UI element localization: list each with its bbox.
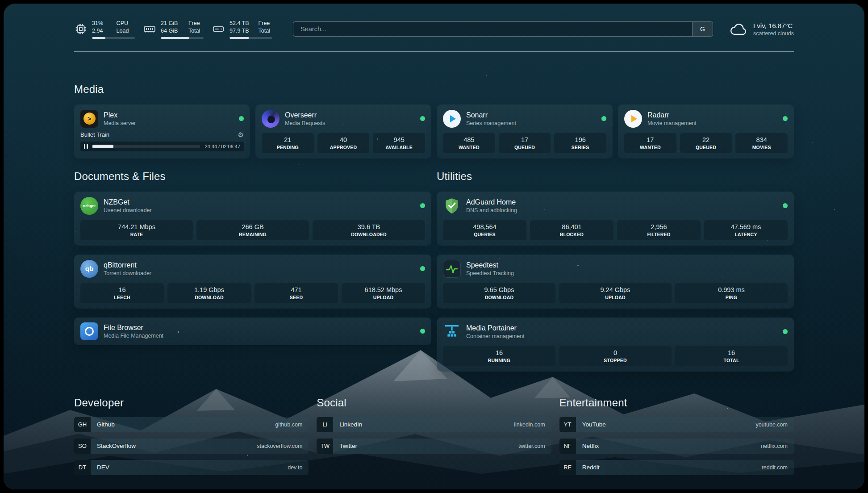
playback-progressbar [92, 145, 200, 148]
stat-pending: 21 PENDING [262, 133, 314, 153]
stat-value: 744.21 Mbps [82, 223, 191, 230]
status-dot [783, 203, 788, 208]
section-title-documents: Documents & Files [74, 170, 431, 183]
bookmark-name: Twitter [333, 439, 363, 454]
stat-latency: 47.569 ms LATENCY [704, 220, 788, 240]
now-playing-title: Bullet Train [80, 131, 109, 138]
bookmark-stackoverflow[interactable]: SO StackOverflow stackoverflow.com [74, 439, 309, 454]
search-engine-button[interactable]: G [692, 22, 713, 36]
status-dot [420, 116, 425, 121]
bookmark-name: DEV [91, 460, 116, 475]
stat-value: 16 [677, 349, 786, 356]
bookmark-abbr: GH [74, 417, 91, 432]
service-card-nzbget[interactable]: nzbget NZBGet Usenet downloader 744.21 M… [74, 192, 431, 246]
cpu-monitor: 31% CPU 2.94 Load [74, 20, 135, 39]
radarr-icon [624, 110, 642, 128]
stat-label: BLOCKED [532, 232, 612, 237]
service-description: Series management [466, 120, 516, 126]
card-titles: Media Portainer Container management [466, 324, 525, 339]
bookmark-linkedin[interactable]: LI LinkedIn linkedin.com [317, 417, 551, 432]
service-card-speedtest[interactable]: Speedtest Speedtest Tracking 9.65 Gbps D… [437, 255, 794, 309]
service-description: Media File Management [104, 333, 163, 339]
stat-label: UPLOAD [561, 295, 670, 300]
service-card-radarr[interactable]: Radarr Movie management 17 WANTED 22 QUE… [618, 104, 794, 159]
resource-monitors: 31% CPU 2.94 Load 21 [74, 20, 272, 39]
memory-monitor: 21 GiB Free 64 GiB Total [143, 20, 204, 39]
service-name: Radarr [647, 111, 697, 119]
stat-label: LEECH [82, 295, 162, 300]
bookmark-dev[interactable]: DT DEV dev.to [74, 460, 309, 475]
bookmark-twitter[interactable]: TW Twitter twitter.com [317, 439, 551, 454]
stat-value: 16 [82, 286, 162, 293]
stat-approved: 40 APPROVED [317, 133, 370, 153]
bookmark-name: Reddit [576, 460, 606, 475]
stat-value: 1.19 Gbps [169, 286, 249, 293]
stat-filtered: 2,956 FILTERED [617, 220, 701, 240]
playback-progress-strip: 24:44 / 02:06:47 [80, 142, 244, 151]
stat-value: 2,956 [619, 223, 699, 230]
stats-row: 485 WANTED 17 QUEUED 196 SERIES [443, 133, 606, 153]
status-dot [601, 116, 606, 121]
dashboard-window: 31% CPU 2.94 Load 21 [4, 4, 864, 489]
stats-row: 498,564 QUERIES 86,401 BLOCKED 2,956 FIL… [443, 220, 788, 240]
bookmark-url: reddit.com [755, 460, 794, 475]
sonarr-icon [443, 110, 461, 128]
card-header: nzbget NZBGet Usenet downloader [80, 197, 425, 215]
memory-total-value: 64 GiB [161, 27, 181, 34]
disk-total-label: Total [259, 27, 272, 34]
search-input[interactable] [293, 22, 692, 36]
stats-row: 21 PENDING 40 APPROVED 945 AVAILABLE [262, 133, 425, 153]
service-card-filebrowser[interactable]: File Browser Media File Management [74, 318, 431, 345]
stat-wanted: 17 WANTED [624, 133, 676, 153]
bookmark-url: netflix.com [755, 439, 794, 454]
overseerr-icon [262, 110, 280, 128]
service-description: Torrent downloader [104, 270, 151, 276]
stat-label: QUEUED [501, 145, 549, 150]
status-dot [420, 203, 425, 208]
now-playing-row: Bullet Train ⚙ [80, 131, 244, 138]
service-card-overseerr[interactable]: Overseerr Media Requests 21 PENDING 40 A… [255, 104, 431, 159]
stat-label: QUERIES [445, 232, 525, 237]
bookmark-url: twitter.com [512, 439, 551, 454]
gear-icon[interactable]: ⚙ [238, 131, 244, 138]
bookmark-netflix[interactable]: NF Netflix netflix.com [559, 439, 794, 454]
bookmark-url: dev.to [281, 460, 309, 475]
stat-label: STOPPED [561, 358, 670, 363]
stat-label: LATENCY [706, 232, 786, 237]
top-bar: 31% CPU 2.94 Load 21 [74, 20, 794, 39]
service-card-sonarr[interactable]: Sonarr Series management 485 WANTED 17 Q… [437, 104, 613, 159]
stat-value: 40 [319, 136, 368, 143]
stats-row: 16 LEECH 1.19 Gbps DOWNLOAD 471 SEED 6 [80, 283, 425, 303]
bookmark-abbr: SO [74, 439, 91, 454]
bookmark-abbr: YT [559, 417, 576, 432]
service-name: Plex [104, 111, 136, 119]
service-name: Speedtest [466, 261, 514, 269]
service-card-plex[interactable]: > Plex Media server Bullet Train ⚙ 24:44… [74, 104, 250, 159]
cpu-icon [74, 22, 88, 36]
stat-value: 9.24 Gbps [561, 286, 670, 293]
stat-value: 16 [445, 349, 554, 356]
service-description: Container management [466, 333, 525, 339]
card-header: > Plex Media server [80, 110, 244, 128]
disk-progressbar [230, 37, 272, 39]
service-card-qbittorrent[interactable]: qb qBittorrent Torrent downloader 16 LEE… [74, 255, 431, 309]
section-title-utilities: Utilities [437, 170, 794, 183]
media-card-row: > Plex Media server Bullet Train ⚙ 24:44… [74, 104, 794, 159]
dashboard-content: 31% CPU 2.94 Load 21 [74, 4, 794, 489]
section-title-developer: Developer [74, 397, 309, 409]
bookmark-youtube[interactable]: YT YouTube youtube.com [559, 417, 794, 432]
service-card-adguard[interactable]: AdGuard Home DNS and adblocking 498,564 … [437, 192, 794, 246]
memory-icon [143, 22, 156, 36]
cpu-load-value: 2.94 [92, 27, 109, 34]
stat-value: 22 [682, 136, 730, 143]
service-card-portainer[interactable]: Media Portainer Container management 16 … [437, 318, 794, 372]
plex-icon: > [80, 110, 98, 128]
stat-value: 0 [561, 349, 670, 356]
bookmark-github[interactable]: GH Github github.com [74, 417, 309, 432]
section-title-entertainment: Entertainment [559, 397, 794, 409]
bookmark-reddit[interactable]: RE Reddit reddit.com [559, 460, 794, 475]
card-header: Speedtest Speedtest Tracking [443, 260, 788, 278]
stat-value: 498,564 [445, 223, 525, 230]
stat-label: FILTERED [619, 232, 699, 237]
stat-value: 618.52 Mbps [343, 286, 423, 293]
